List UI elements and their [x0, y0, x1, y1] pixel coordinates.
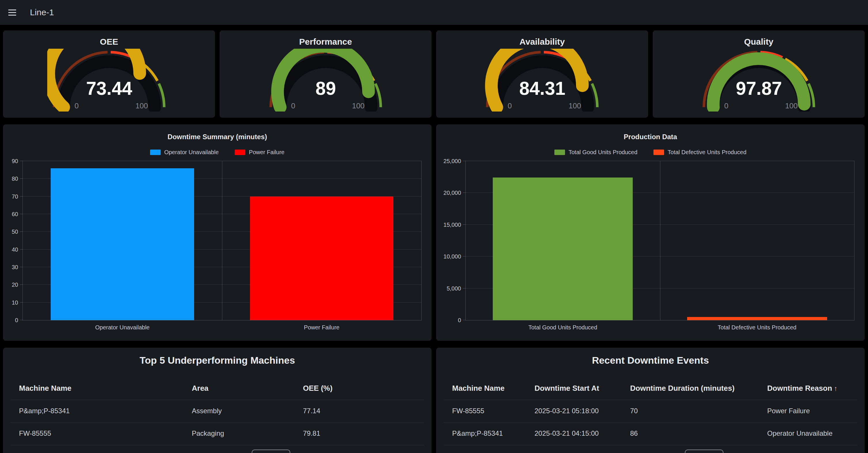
- panel-top5-underperforming-machines: Top 5 Underperforming Machines Machine N…: [3, 348, 431, 453]
- table-cell: Power Failure: [767, 407, 810, 415]
- axis-tick: [20, 320, 23, 320]
- table-cell: P&amp;P-85341: [452, 429, 503, 437]
- gauge-title-availability[interactable]: Availability: [437, 37, 648, 47]
- svg-text:0: 0: [724, 101, 728, 110]
- gauge-title-performance[interactable]: Performance: [220, 37, 431, 47]
- gauge-title-oee[interactable]: OEE: [3, 37, 215, 47]
- y-axis-tick-label: 70: [0, 193, 18, 200]
- table-cell: 79.81: [303, 429, 320, 437]
- axis-tick: [20, 161, 23, 161]
- gauge-arc: 73.44 0 100: [47, 49, 171, 112]
- axis-tick: [20, 267, 23, 267]
- column-header-downtime-reason[interactable]: Downtime Reason ↑: [767, 384, 837, 393]
- pagination-button[interactable]: [252, 450, 290, 453]
- table-cell: P&amp;P-85341: [19, 407, 70, 415]
- pagination-button[interactable]: [685, 450, 723, 453]
- panel-oee-gauge: OEE 73.44 0 100: [3, 31, 215, 118]
- svg-text:84.31: 84.31: [519, 78, 565, 99]
- gauge-arc: 97.87 0 100: [697, 49, 821, 112]
- bar-power-failure[interactable]: [250, 197, 393, 320]
- legend-swatch: [235, 150, 245, 155]
- column-header-oee-[interactable]: OEE (%): [303, 384, 333, 393]
- panel-production-data-chart: Production Data Total Good Units Produce…: [436, 124, 865, 341]
- axis-tick: [463, 192, 466, 193]
- svg-text:0: 0: [74, 101, 78, 110]
- legend-swatch: [653, 150, 664, 155]
- y-axis-tick-label: 50: [0, 228, 18, 236]
- row-divider: [10, 400, 424, 400]
- availability-gauge: 84.31 0 100: [480, 49, 604, 112]
- axis-tick: [463, 320, 466, 320]
- dashboard-title: Line-1: [30, 7, 54, 17]
- axis-tick: [463, 224, 466, 225]
- legend-item[interactable]: Power Failure: [235, 149, 284, 156]
- x-axis-category-label: Total Good Units Produced: [466, 324, 660, 331]
- table-cell: 2025-03-21 05:18:00: [534, 407, 599, 415]
- legend-item[interactable]: Operator Unavailable: [150, 149, 219, 156]
- chart-title-production-data[interactable]: Production Data: [437, 133, 864, 141]
- legend-swatch: [554, 150, 565, 155]
- svg-text:73.44: 73.44: [86, 78, 132, 99]
- table-body: Machine NameDowntime Start AtDowntime Du…: [437, 348, 864, 453]
- axis-tick: [20, 302, 23, 303]
- column-header-machine-name[interactable]: Machine Name: [19, 384, 71, 393]
- gauge-title-quality[interactable]: Quality: [653, 37, 864, 47]
- quality-gauge: 97.87 0 100: [697, 49, 821, 112]
- y-axis-tick-label: 20: [0, 281, 18, 289]
- table-cell: 86: [630, 429, 638, 437]
- gauge-arc: 89 0 100: [264, 49, 388, 112]
- legend-label: Operator Unavailable: [164, 149, 219, 156]
- table-cell: Assembly: [192, 407, 222, 415]
- sort-ascending-icon: ↑: [832, 385, 837, 392]
- legend-label: Total Good Units Produced: [568, 149, 637, 156]
- column-header-area[interactable]: Area: [192, 384, 209, 393]
- y-axis-tick-label: 40: [0, 246, 18, 253]
- axis-tick: [463, 288, 466, 289]
- menu-icon[interactable]: [6, 6, 19, 19]
- axis-tick: [463, 161, 466, 161]
- row-divider: [443, 422, 857, 423]
- svg-text:0: 0: [507, 101, 512, 110]
- y-axis-tick-label: 0: [0, 316, 18, 324]
- column-header-downtime-start-at[interactable]: Downtime Start At: [534, 384, 599, 393]
- chart-title-downtime-summary[interactable]: Downtime Summary (minutes): [3, 133, 431, 141]
- axis-tick: [20, 196, 23, 197]
- legend-label: Total Defective Units Produced: [668, 149, 746, 156]
- category-divider-line: [222, 161, 222, 320]
- y-axis-tick-label: 5,000: [433, 285, 461, 292]
- row-divider: [10, 445, 424, 445]
- svg-text:100: 100: [568, 101, 581, 110]
- bar-operator-unavailable[interactable]: [51, 168, 194, 320]
- column-header-downtime-duration-minutes-[interactable]: Downtime Duration (minutes): [630, 384, 735, 393]
- legend-item[interactable]: Total Good Units Produced: [554, 149, 637, 156]
- legend-label: Power Failure: [249, 149, 284, 156]
- y-axis-tick-label: 90: [0, 157, 18, 165]
- category-divider-line: [660, 161, 660, 320]
- downtime-summary-plot-area: 0102030405060708090Operator UnavailableP…: [23, 161, 422, 321]
- panel-availability-gauge: Availability 84.31 0 100: [436, 31, 648, 118]
- column-header-machine-name[interactable]: Machine Name: [452, 384, 504, 393]
- svg-text:100: 100: [785, 101, 798, 110]
- oee-gauge: 73.44 0 100: [47, 49, 171, 112]
- axis-tick: [20, 214, 23, 214]
- table-cell: 2025-03-21 04:15:00: [534, 429, 599, 437]
- bar-total-defective-units-produced[interactable]: [687, 317, 827, 320]
- y-axis-tick-label: 0: [433, 316, 461, 324]
- table-cell: 70: [630, 407, 638, 415]
- row-divider: [443, 445, 857, 445]
- top-navigation-bar: Line-1: [0, 0, 868, 25]
- x-axis-category-label: Total Defective Units Produced: [660, 324, 855, 331]
- table-body: Machine NameAreaOEE (%)P&amp;P-85341Asse…: [3, 348, 431, 453]
- panel-performance-gauge: Performance 89 0 100: [220, 31, 431, 118]
- y-axis-tick-label: 10,000: [433, 253, 461, 260]
- svg-text:97.87: 97.87: [736, 78, 782, 99]
- legend-item[interactable]: Total Defective Units Produced: [653, 149, 746, 156]
- svg-text:89: 89: [315, 78, 336, 99]
- bar-total-good-units-produced[interactable]: [493, 178, 633, 320]
- table-cell: FW-85555: [452, 407, 485, 415]
- svg-text:100: 100: [135, 101, 148, 110]
- panel-recent-downtime-events: Recent Downtime Events Machine NameDownt…: [436, 348, 865, 453]
- chart-legend: Operator UnavailablePower Failure: [3, 148, 431, 156]
- panel-quality-gauge: Quality 97.87 0 100: [653, 31, 865, 118]
- axis-tick: [20, 284, 23, 285]
